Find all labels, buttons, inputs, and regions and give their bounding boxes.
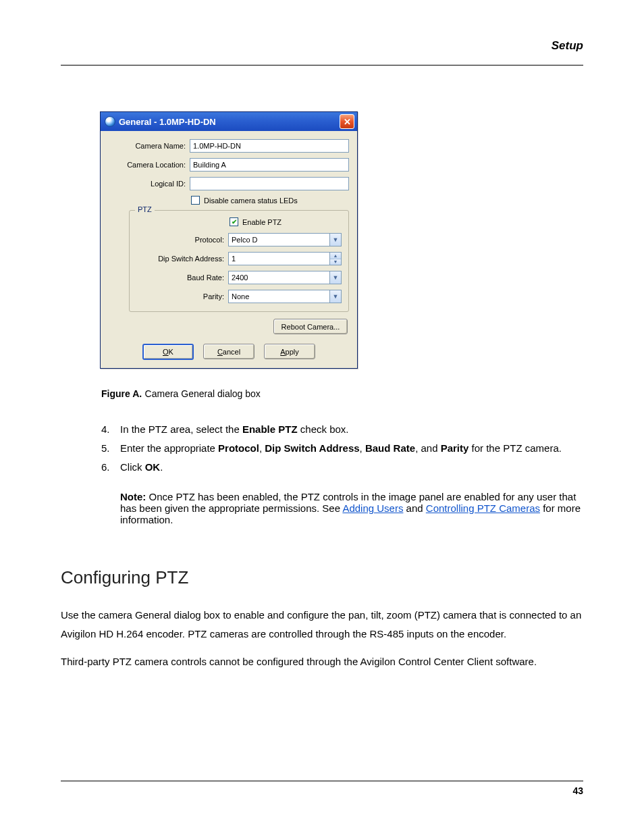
step4-text2: check box. xyxy=(298,423,349,435)
protocol-label: Protocol: xyxy=(136,236,228,244)
step5-num: 5. xyxy=(101,439,120,458)
figure-title: Camera General dialog box xyxy=(145,388,261,399)
step6-b: OK xyxy=(145,461,161,473)
logical-id-label: Logical ID: xyxy=(109,180,190,188)
step-4: 4.In the PTZ area, select the Enable PTZ… xyxy=(101,420,583,439)
step4-bold: Enable PTZ xyxy=(242,423,298,435)
header-section: Setup xyxy=(61,39,583,53)
note-link-adding-users[interactable]: Adding Users xyxy=(342,502,403,514)
apply-button[interactable]: Apply xyxy=(264,344,315,359)
close-button[interactable]: ✕ xyxy=(340,114,354,129)
note-link-controlling-ptz[interactable]: Controlling PTZ Cameras xyxy=(426,502,540,514)
spin-down-icon[interactable]: ▼ xyxy=(330,259,341,265)
footer-rule xyxy=(61,781,583,781)
dialog-title: General - 1.0MP-HD-DN xyxy=(119,117,216,127)
ptz-group: PTZ Enable PTZ Protocol: Pelco D ▼ Dip S… xyxy=(129,210,349,312)
figure-caption: Figure A. Camera General dialog box xyxy=(101,388,583,400)
parity-select[interactable]: None xyxy=(228,290,330,303)
parity-label: Parity: xyxy=(136,292,228,301)
note-label: Note: xyxy=(120,491,146,502)
step5-b4: Parity xyxy=(441,442,469,454)
ok-rest: K xyxy=(169,348,173,356)
cancel-button[interactable]: Cancel xyxy=(203,344,254,359)
step6-t2: . xyxy=(160,461,163,473)
section-heading: Configuring PTZ xyxy=(61,567,583,588)
reboot-camera-button[interactable]: Reboot Camera... xyxy=(273,319,348,334)
step5-b3: Baud Rate xyxy=(365,442,415,454)
step4-num: 4. xyxy=(101,420,120,439)
note-block: Note: Once PTZ has been enabled, the PTZ… xyxy=(120,491,583,525)
step5-t: Enter the appropriate xyxy=(120,442,218,454)
dip-switch-label: Dip Switch Address: xyxy=(136,255,228,263)
close-icon: ✕ xyxy=(344,118,351,126)
ptz-group-title: PTZ xyxy=(135,205,155,213)
page-number: 43 xyxy=(61,785,583,796)
dip-switch-input[interactable]: 1 xyxy=(228,252,330,265)
step6-num: 6. xyxy=(101,458,120,477)
step5-m2: , xyxy=(360,442,365,454)
baud-rate-label: Baud Rate: xyxy=(136,273,228,282)
camera-name-input[interactable] xyxy=(190,139,349,153)
apply-mnemonic: A xyxy=(280,348,285,356)
logical-id-input[interactable] xyxy=(190,177,349,190)
cancel-rest: ancel xyxy=(223,348,240,356)
enable-ptz-checkbox[interactable] xyxy=(230,217,238,226)
section-paragraph-2: Third-party PTZ camera controls cannot b… xyxy=(61,656,583,667)
disable-leds-label: Disable camera status LEDs xyxy=(204,197,298,205)
spin-up-icon[interactable]: ▲ xyxy=(330,253,341,259)
section-paragraph-1: Use the camera General dialog box to ena… xyxy=(61,606,583,644)
step5-m4: for the PTZ camera. xyxy=(468,442,562,454)
camera-name-label: Camera Name: xyxy=(109,142,190,150)
enable-ptz-label: Enable PTZ xyxy=(242,218,281,226)
figure-label: Figure A. xyxy=(101,388,142,399)
chevron-down-icon[interactable]: ▼ xyxy=(330,290,342,303)
general-dialog: General - 1.0MP-HD-DN ✕ Camera Name: Cam… xyxy=(100,111,358,369)
step6-t: Click xyxy=(120,461,145,473)
dialog-titlebar[interactable]: General - 1.0MP-HD-DN ✕ xyxy=(101,112,357,131)
chevron-down-icon[interactable]: ▼ xyxy=(330,233,342,246)
info-icon xyxy=(105,116,115,127)
step4-text: In the PTZ area, select the xyxy=(120,423,242,435)
cancel-mnemonic: C xyxy=(217,348,223,356)
ok-mnemonic: O xyxy=(163,348,169,356)
dip-switch-spinner[interactable]: ▲▼ xyxy=(330,252,342,265)
baud-rate-select[interactable]: 2400 xyxy=(228,271,330,284)
camera-location-label: Camera Location: xyxy=(109,161,190,169)
ok-button[interactable]: OK xyxy=(142,344,194,360)
step-6: 6.Click OK. xyxy=(101,458,583,477)
protocol-select[interactable]: Pelco D xyxy=(228,233,330,246)
step-5: 5.Enter the appropriate Protocol, Dip Sw… xyxy=(101,439,583,458)
step5-b2: Dip Switch Address xyxy=(265,442,359,454)
chevron-down-icon[interactable]: ▼ xyxy=(330,271,342,284)
apply-rest: pply xyxy=(286,348,299,356)
step5-m3: , and xyxy=(415,442,441,454)
header-rule xyxy=(61,65,583,66)
note-text2: and xyxy=(403,502,425,514)
disable-leds-checkbox[interactable] xyxy=(191,196,200,205)
step5-b1: Protocol xyxy=(218,442,259,454)
camera-location-input[interactable] xyxy=(190,158,349,172)
